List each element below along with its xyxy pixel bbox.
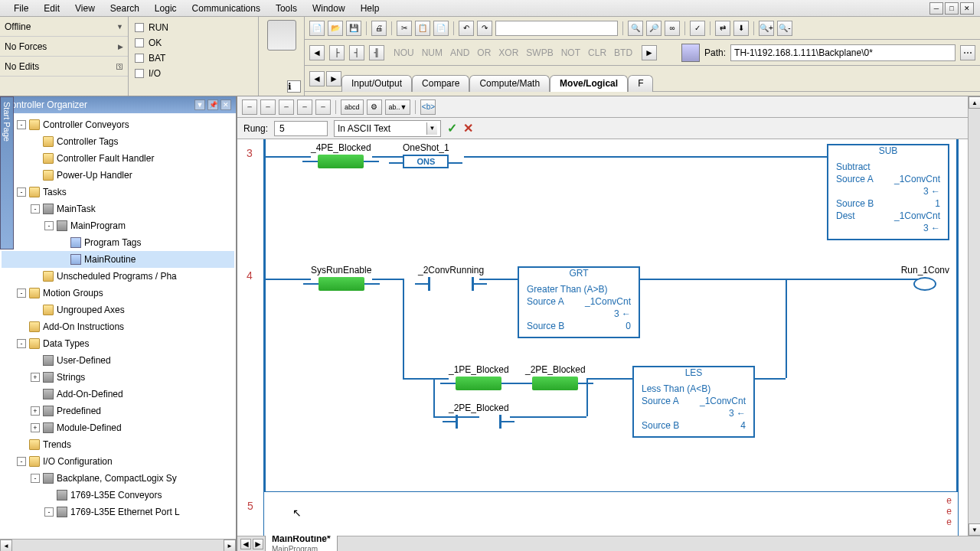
rung-element-3[interactable]: ╢ [369, 45, 384, 60]
contact-sysrunenable[interactable]: SysRunEnable [311, 265, 371, 291]
menu-edit[interactable]: Edit [36, 2, 67, 15]
ed-btn-3[interactable]: ⎓ [279, 99, 294, 115]
organizer-close-icon[interactable]: ✕ [220, 99, 231, 110]
contact-oneshot-1[interactable]: OneShot_1ONS [403, 142, 449, 168]
menu-tools[interactable]: Tools [268, 2, 305, 15]
tab-input-output[interactable]: Input/Output [341, 75, 412, 92]
search-combo[interactable] [495, 21, 618, 36]
tab-scroll-right[interactable]: ► [326, 71, 341, 86]
mnem-xor[interactable]: XOR [498, 47, 518, 58]
paste-button[interactable]: 📄 [433, 21, 449, 36]
tree-item[interactable]: +Strings [2, 369, 234, 386]
zoom-out-button[interactable]: 🔍- [777, 21, 792, 36]
path-field[interactable]: TH-1\192.168.1.111\Backplane\0* [730, 44, 956, 61]
print-button[interactable]: 🖨 [371, 21, 387, 36]
mode-dropdown-icon[interactable]: ▼ [116, 23, 123, 31]
ed-abcd-button[interactable]: abcd [341, 99, 364, 115]
mnem-or[interactable]: OR [477, 47, 491, 58]
tree-item[interactable]: Ungrouped Axes [2, 302, 234, 318]
mnem-clr[interactable]: CLR [588, 47, 606, 58]
tab-compute-math[interactable]: Compute/Math [469, 75, 550, 92]
coil-run-1conv[interactable]: Run_1Conv [901, 265, 949, 291]
redo-button[interactable]: ↷ [477, 21, 492, 36]
rung-number-field[interactable]: 5 [274, 121, 328, 136]
go-online-button[interactable]: ⇄ [715, 21, 730, 36]
tree-item[interactable]: -MainProgram [2, 217, 234, 234]
sub-block[interactable]: SUB SubtractSource A_1ConvCnt3 ←Source B… [827, 144, 949, 240]
download-button[interactable]: ⬇ [733, 21, 749, 36]
menu-logic[interactable]: Logic [147, 2, 185, 15]
les-block[interactable]: LES Less Than (A<B)Source A_1ConvCnt3 ←S… [632, 366, 755, 438]
tree-item[interactable]: -1769-L35E Ethernet Port L [2, 504, 234, 520]
scroll-right-button[interactable]: ► [642, 45, 657, 60]
contact-2convrunning[interactable]: _2ConvRunning [418, 265, 484, 291]
tab-compare[interactable]: Compare [412, 75, 469, 92]
expand-icon[interactable]: - [44, 507, 54, 517]
tree-item[interactable]: +Module-Defined [2, 419, 234, 436]
tree-item[interactable]: Unscheduled Programs / Pha [2, 268, 234, 285]
ed-btn-5[interactable]: ⎓ [315, 99, 331, 115]
menu-search[interactable]: Search [103, 2, 147, 15]
menu-view[interactable]: View [67, 2, 103, 15]
start-page-tab[interactable]: Start Page [0, 96, 14, 249]
tree-item[interactable]: -Tasks [2, 184, 234, 201]
copy-button[interactable]: 📋 [415, 21, 430, 36]
grt-block[interactable]: GRT Greater Than (A>B)Source A_1ConvCnt3… [518, 266, 640, 338]
tree-item[interactable]: -Backplane, CompactLogix Sy [2, 470, 234, 487]
menu-file[interactable]: File [6, 2, 36, 15]
tree-item[interactable]: MainRoutine [2, 251, 234, 268]
contact-1pe-blocked[interactable]: _1PE_Blocked [449, 364, 509, 390]
tab-scroll-left[interactable]: ◄ [309, 71, 325, 86]
tree-item[interactable]: Program Tags [2, 234, 234, 251]
btab-left[interactable]: ◄ [240, 539, 251, 549]
expand-icon[interactable]: - [17, 289, 26, 298]
expand-icon[interactable]: + [31, 423, 40, 432]
btab-right[interactable]: ► [253, 539, 263, 549]
expand-icon[interactable]: - [17, 120, 26, 129]
expand-icon[interactable]: - [17, 339, 26, 348]
ed-ab-button[interactable]: ab..▼ [385, 99, 411, 115]
contact-4pe-blocked[interactable]: _4PE_Blocked [311, 142, 371, 168]
organizer-hscroll[interactable]: ◄ ► [0, 539, 236, 551]
expand-icon[interactable]: - [17, 457, 26, 466]
mnem-num[interactable]: NUM [422, 47, 443, 58]
vscroll-down-icon[interactable]: ▼ [969, 523, 980, 536]
tree-item[interactable]: Add-On Instructions [2, 318, 234, 335]
contact-2pe-blocked-a[interactable]: _2PE_Blocked [525, 364, 586, 390]
info-button[interactable]: ℹ [287, 80, 301, 93]
verify-button[interactable]: ✓ [690, 21, 705, 36]
expand-icon[interactable]: + [31, 406, 40, 416]
editor-vscroll[interactable]: ▲ ▼ [968, 96, 980, 536]
tree-item[interactable]: User-Defined [2, 352, 234, 369]
ed-btn-7[interactable]: ⚙ [367, 99, 382, 115]
mnem-not[interactable]: NOT [561, 47, 580, 58]
ed-btn-1[interactable]: ⎓ [242, 99, 257, 115]
tree-item[interactable]: -Controller Conveyors [2, 116, 234, 133]
tab-move-logical[interactable]: Move/Logical [550, 75, 628, 92]
tree-item[interactable]: -MainTask [2, 201, 234, 217]
ed-btn-4[interactable]: ⎓ [297, 99, 312, 115]
expand-icon[interactable]: - [31, 474, 40, 483]
rung-mode-combo[interactable]: In ASCII Text▼ [334, 120, 441, 137]
tree-item[interactable]: Controller Fault Handler [2, 150, 234, 167]
undo-button[interactable]: ↶ [459, 21, 474, 36]
scroll-left-button[interactable]: ◄ [309, 45, 325, 60]
close-button[interactable]: ✕ [960, 2, 974, 15]
mnem-swpb[interactable]: SWPB [526, 47, 553, 58]
minimize-button[interactable]: ─ [929, 2, 943, 15]
maximize-button[interactable]: □ [945, 2, 959, 15]
ed-btn-2[interactable]: ⎓ [260, 99, 276, 115]
tree-item[interactable]: +Predefined [2, 403, 234, 419]
forces-dropdown-icon[interactable]: ▶ [118, 43, 123, 51]
organizer-pin-icon[interactable]: 📌 [207, 99, 218, 110]
tree-item[interactable]: Power-Up Handler [2, 167, 234, 184]
new-button[interactable]: 📄 [309, 21, 325, 36]
find-next-button[interactable]: 🔎 [646, 21, 662, 36]
menu-communications[interactable]: Communications [185, 2, 268, 15]
expand-icon[interactable]: - [17, 187, 26, 197]
tree-item[interactable]: Add-On-Defined [2, 386, 234, 403]
tree-item[interactable]: Trends [2, 436, 234, 453]
cut-button[interactable]: ✂ [397, 21, 412, 36]
vscroll-up-icon[interactable]: ▲ [969, 96, 980, 109]
expand-icon[interactable]: - [44, 221, 54, 230]
